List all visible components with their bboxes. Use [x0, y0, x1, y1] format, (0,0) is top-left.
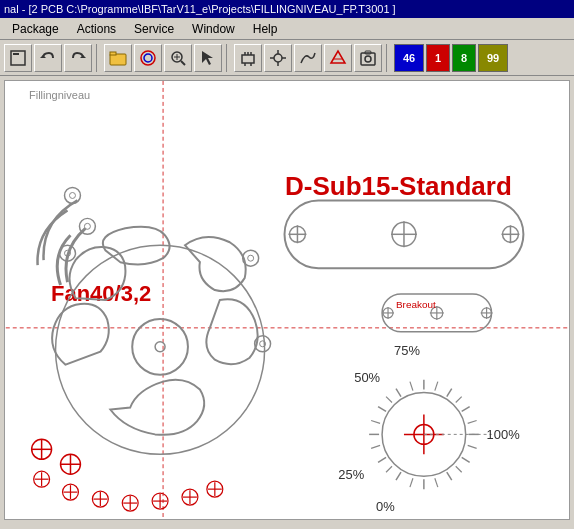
svg-line-96: [447, 472, 452, 480]
svg-rect-26: [361, 53, 375, 65]
svg-line-107: [456, 466, 462, 472]
color-btn-1[interactable]: 1: [426, 44, 450, 72]
svg-point-7: [144, 54, 152, 62]
svg-point-41: [248, 255, 254, 261]
view-button[interactable]: [164, 44, 192, 72]
svg-rect-13: [242, 55, 254, 63]
separator-1: [96, 44, 100, 72]
svg-text:Breakout: Breakout: [396, 299, 436, 310]
svg-line-104: [456, 397, 462, 403]
menu-help[interactable]: Help: [245, 20, 286, 38]
menu-bar: Package Actions Service Window Help: [0, 18, 574, 40]
svg-text:0%: 0%: [376, 499, 395, 514]
svg-line-106: [468, 445, 477, 448]
svg-text:75%: 75%: [394, 343, 420, 358]
photo-button[interactable]: [354, 44, 382, 72]
title-bar: nal - [2 PCB C:\Programme\IBF\TarV11_e\P…: [0, 0, 574, 18]
pcb-drawing: 50% 75% 100% 25% 0% Breakout: [5, 81, 569, 519]
svg-point-40: [243, 250, 259, 266]
svg-point-38: [65, 188, 81, 204]
svg-marker-12: [202, 51, 213, 65]
svg-rect-5: [110, 52, 116, 55]
menu-window[interactable]: Window: [184, 20, 243, 38]
svg-line-101: [378, 407, 386, 412]
svg-line-114: [410, 382, 413, 391]
svg-line-113: [386, 397, 392, 403]
svg-line-103: [435, 382, 438, 391]
fill-button[interactable]: [324, 44, 352, 72]
svg-line-95: [462, 457, 470, 462]
cursor-button[interactable]: [194, 44, 222, 72]
svg-line-99: [378, 457, 386, 462]
svg-marker-3: [80, 55, 86, 58]
color-btn-46[interactable]: 46: [394, 44, 424, 72]
menu-actions[interactable]: Actions: [69, 20, 124, 38]
title-text: nal - [2 PCB C:\Programme\IBF\TarV11_e\P…: [4, 3, 396, 15]
canvas-area[interactable]: Fillingniveau Fan40/3,2 D-Sub15-Standard: [4, 80, 570, 520]
svg-point-31: [56, 245, 265, 454]
svg-text:25%: 25%: [338, 467, 364, 482]
svg-text:100%: 100%: [487, 427, 521, 442]
svg-line-111: [371, 445, 380, 448]
svg-line-9: [181, 61, 185, 65]
svg-rect-4: [110, 54, 126, 65]
svg-rect-1: [13, 53, 19, 55]
new-button[interactable]: [4, 44, 32, 72]
route-button[interactable]: [264, 44, 292, 72]
open-button[interactable]: [104, 44, 132, 72]
svg-line-102: [396, 389, 401, 397]
component-button[interactable]: [234, 44, 262, 72]
ratsnest-button[interactable]: [294, 44, 322, 72]
svg-marker-2: [40, 55, 46, 58]
svg-point-6: [141, 51, 155, 65]
color-btn-8[interactable]: 8: [452, 44, 476, 72]
svg-point-32: [132, 319, 188, 375]
separator-2: [226, 44, 230, 72]
separator-3: [386, 44, 390, 72]
svg-line-93: [462, 407, 470, 412]
svg-line-112: [371, 420, 380, 423]
menu-package[interactable]: Package: [4, 20, 67, 38]
svg-text:50%: 50%: [354, 370, 380, 385]
layers-button[interactable]: [134, 44, 162, 72]
svg-point-33: [155, 342, 165, 352]
svg-line-108: [435, 478, 438, 487]
color-btn-99[interactable]: 99: [478, 44, 508, 72]
svg-line-110: [386, 466, 392, 472]
svg-line-98: [396, 472, 401, 480]
svg-point-36: [79, 218, 95, 234]
menu-service[interactable]: Service: [126, 20, 182, 38]
redo-button[interactable]: [64, 44, 92, 72]
svg-marker-24: [331, 51, 345, 63]
svg-line-92: [447, 389, 452, 397]
toolbar: 46 1 8 99: [0, 40, 574, 76]
svg-point-37: [84, 223, 90, 229]
svg-point-19: [274, 54, 282, 62]
svg-point-39: [69, 192, 75, 198]
svg-point-27: [365, 56, 371, 62]
svg-line-105: [468, 420, 477, 423]
svg-line-109: [410, 478, 413, 487]
undo-button[interactable]: [34, 44, 62, 72]
